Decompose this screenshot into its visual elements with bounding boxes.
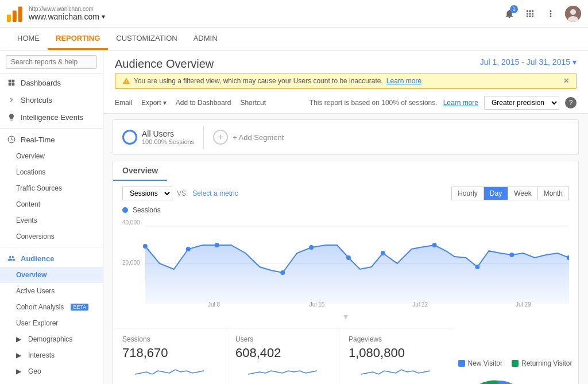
warning-icon bbox=[122, 77, 130, 85]
overview-tab[interactable]: Overview bbox=[113, 161, 167, 181]
page-header: Audience Overview Jul 1, 2015 - Jul 31, … bbox=[103, 51, 588, 114]
users-sparkline bbox=[235, 364, 330, 378]
svg-rect-2 bbox=[18, 6, 22, 22]
realtime-icon bbox=[7, 135, 16, 144]
stat-pageviews-value: 1,080,800 bbox=[349, 346, 443, 360]
site-url-main: www.wanichan.com ▾ bbox=[29, 12, 105, 21]
svg-point-12 bbox=[186, 247, 191, 251]
sidebar-label-intelligence: Intelligence Events bbox=[21, 113, 83, 122]
stat-sessions-value: 718,670 bbox=[122, 346, 216, 360]
email-button[interactable]: Email bbox=[115, 99, 132, 107]
overview-section: Overview Sessions VS. Select a metric Ho… bbox=[113, 161, 579, 384]
sidebar-item-content[interactable]: Content bbox=[0, 196, 103, 212]
content-area: Audience Overview Jul 1, 2015 - Jul 31, … bbox=[103, 51, 588, 384]
date-range[interactable]: Jul 1, 2015 - Jul 31, 2015 ▾ bbox=[480, 57, 577, 67]
svg-point-4 bbox=[570, 9, 576, 15]
svg-text:Jul 29: Jul 29 bbox=[516, 301, 531, 308]
month-button[interactable]: Month bbox=[538, 187, 568, 200]
metric-dropdown[interactable]: Sessions bbox=[122, 187, 172, 200]
top-bar-left: http://www.wanichan.com www.wanichan.com… bbox=[7, 6, 105, 22]
sidebar: Dashboards Shortcuts Intelligence Events… bbox=[0, 51, 103, 384]
chart-legend: Sessions bbox=[122, 206, 569, 214]
svg-text:40,000: 40,000 bbox=[122, 219, 140, 226]
segment-bar: All Users 100.00% Sessions + + Add Segme… bbox=[113, 119, 579, 155]
pie-chart: 69.9% 30.1% bbox=[458, 372, 539, 384]
sidebar-item-cohort-analysis[interactable]: Cohort Analysis BETA bbox=[0, 299, 103, 315]
stats-row-1: Sessions 718,670 Users 608,402 bbox=[113, 328, 452, 384]
stat-pageviews: Pageviews 1,080,800 bbox=[339, 328, 452, 384]
chart-area: Sessions 40,000 20,000 bbox=[113, 206, 578, 328]
add-to-dashboard-button[interactable]: Add to Dashboard bbox=[176, 99, 231, 107]
sidebar-item-conversions[interactable]: Conversions bbox=[0, 228, 103, 245]
bottom-stats: Sessions 718,670 Users 608,402 bbox=[113, 328, 578, 384]
notification-icon[interactable]: 2 bbox=[503, 7, 516, 20]
pie-chart-section: New Visitor Returning Visitor bbox=[452, 328, 578, 384]
precision-select[interactable]: Greater precision bbox=[484, 96, 559, 110]
sidebar-item-active-users[interactable]: Active Users bbox=[0, 283, 103, 299]
sidebar-item-behavior[interactable]: ▶ Behavior bbox=[0, 379, 103, 384]
stat-users-value: 608,402 bbox=[235, 346, 330, 360]
sessions-legend-label: Sessions bbox=[133, 206, 161, 214]
line-chart: 40,000 20,000 bbox=[122, 218, 569, 309]
report-learn-more-link[interactable]: Learn more bbox=[443, 99, 478, 107]
svg-point-11 bbox=[143, 244, 148, 249]
pie-returning-color bbox=[512, 360, 519, 367]
toolbar-right: This report is based on 100% of sessions… bbox=[310, 96, 577, 110]
sidebar-item-audience[interactable]: Audience bbox=[0, 250, 103, 267]
sidebar-item-user-explorer[interactable]: User Explorer bbox=[0, 315, 103, 331]
apps-icon[interactable] bbox=[524, 7, 536, 20]
select-metric-link[interactable]: Select a metric bbox=[192, 189, 238, 197]
nav-bar: HOME REPORTING CUSTOMIZATION ADMIN bbox=[0, 28, 588, 51]
svg-point-16 bbox=[346, 255, 351, 260]
segment-divider bbox=[203, 126, 204, 149]
more-options-icon[interactable] bbox=[544, 7, 557, 20]
search-input[interactable] bbox=[6, 55, 97, 69]
segment-label: All Users bbox=[142, 129, 194, 138]
hourly-button[interactable]: Hourly bbox=[452, 187, 484, 200]
export-button[interactable]: Export ▾ bbox=[141, 99, 167, 107]
segment-sublabel: 100.00% Sessions bbox=[142, 138, 194, 145]
svg-point-13 bbox=[215, 243, 219, 247]
pageviews-sparkline bbox=[349, 364, 443, 378]
svg-point-18 bbox=[432, 243, 437, 247]
pie-legend: New Visitor Returning Visitor bbox=[458, 359, 572, 367]
sidebar-item-interests[interactable]: ▶ Interests bbox=[0, 347, 103, 363]
avatar[interactable] bbox=[565, 6, 581, 22]
add-segment-button[interactable]: + + Add Segment bbox=[213, 130, 284, 145]
sidebar-item-traffic-sources[interactable]: Traffic Sources bbox=[0, 180, 103, 196]
segment-circle bbox=[122, 130, 137, 145]
filter-close-button[interactable]: ✕ bbox=[563, 77, 569, 85]
sidebar-item-realtime[interactable]: Real-Time bbox=[0, 131, 103, 148]
grid-icon bbox=[7, 78, 16, 87]
sidebar-item-dashboards[interactable]: Dashboards bbox=[0, 74, 103, 91]
sidebar-item-shortcuts[interactable]: Shortcuts bbox=[0, 91, 103, 108]
help-icon[interactable]: ? bbox=[565, 97, 577, 108]
sidebar-item-geo[interactable]: ▶ Geo bbox=[0, 363, 103, 379]
sidebar-item-demographics[interactable]: ▶ Demographics bbox=[0, 331, 103, 347]
svg-text:Jul 8: Jul 8 bbox=[208, 301, 220, 308]
nav-customization[interactable]: CUSTOMIZATION bbox=[108, 28, 185, 50]
segment-info: All Users 100.00% Sessions bbox=[142, 129, 194, 145]
sidebar-item-events[interactable]: Events bbox=[0, 212, 103, 228]
nav-home[interactable]: HOME bbox=[9, 28, 48, 50]
week-button[interactable]: Week bbox=[508, 187, 537, 200]
sidebar-item-locations[interactable]: Locations bbox=[0, 164, 103, 180]
nav-admin[interactable]: ADMIN bbox=[185, 28, 226, 50]
svg-point-20 bbox=[509, 253, 514, 257]
report-info-text: This report is based on 100% of sessions… bbox=[310, 99, 438, 107]
sidebar-item-intelligence[interactable]: Intelligence Events bbox=[0, 108, 103, 126]
filter-learn-more-link[interactable]: Learn more bbox=[386, 77, 421, 85]
stat-users-label: Users bbox=[235, 335, 330, 343]
pie-chart-container: New Visitor Returning Visitor bbox=[458, 359, 572, 384]
stat-users: Users 608,402 bbox=[226, 328, 339, 384]
shortcut-button[interactable]: Shortcut bbox=[240, 99, 266, 107]
sidebar-divider-1 bbox=[0, 128, 103, 129]
chart-scroll-indicator[interactable]: ▾ bbox=[122, 311, 569, 322]
pie-legend-new: New Visitor bbox=[458, 359, 502, 367]
shortcuts-icon bbox=[7, 95, 16, 104]
nav-reporting[interactable]: REPORTING bbox=[48, 28, 108, 50]
metric-selector: Sessions VS. Select a metric bbox=[122, 187, 238, 200]
sidebar-item-realtime-overview[interactable]: Overview bbox=[0, 148, 103, 164]
day-button[interactable]: Day bbox=[484, 187, 508, 200]
sidebar-item-audience-overview[interactable]: Overview bbox=[0, 267, 103, 283]
